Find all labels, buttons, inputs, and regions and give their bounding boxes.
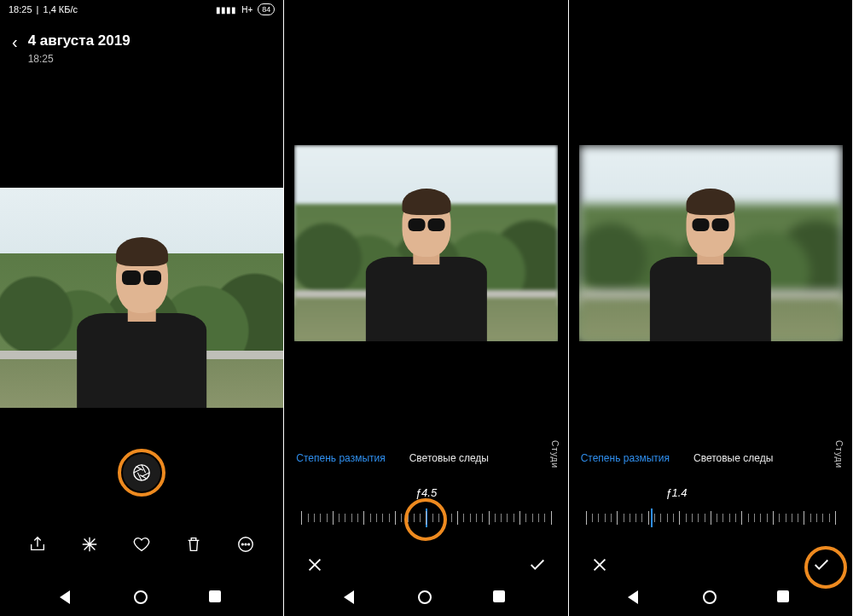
aperture-slider[interactable]	[301, 510, 550, 529]
nav-home-button[interactable]	[703, 590, 718, 606]
confirm-row	[569, 553, 852, 577]
aperture-button[interactable]	[123, 454, 160, 491]
header: ‹ 4 августа 2019 18:25	[0, 19, 283, 73]
battery-icon: 84	[258, 3, 275, 15]
status-bar: 18:25 | 1,4 КБ/с ▮▮▮▮ H+ 84	[0, 0, 283, 19]
svg-point-3	[245, 543, 247, 545]
status-time: 18:25	[9, 4, 32, 15]
confirm-button[interactable]	[525, 553, 549, 577]
aperture-slider[interactable]	[586, 510, 835, 529]
photo-viewport[interactable]	[0, 188, 283, 408]
nav-recent-button[interactable]	[493, 590, 508, 606]
tab-blur[interactable]: Степень размытия	[581, 452, 670, 464]
nav-recent-button[interactable]	[209, 590, 224, 606]
nav-home-button[interactable]	[134, 590, 149, 606]
back-button[interactable]: ‹	[12, 32, 18, 51]
svg-point-4	[248, 543, 250, 545]
cancel-button[interactable]	[588, 553, 612, 577]
delete-button[interactable]	[183, 533, 205, 555]
share-button[interactable]	[26, 533, 49, 555]
bottom-toolbar	[0, 533, 283, 555]
android-navbar	[284, 580, 567, 616]
network-type: H+	[241, 5, 252, 15]
nav-recent-button[interactable]	[777, 590, 792, 606]
screen-gallery-view: 18:25 | 1,4 КБ/с ▮▮▮▮ H+ 84 ‹ 4 августа …	[0, 0, 284, 616]
slider-marker[interactable]	[651, 508, 653, 527]
photo-subject	[366, 189, 487, 341]
svg-point-0	[134, 465, 149, 480]
favorite-button[interactable]	[131, 533, 153, 555]
photo-viewport[interactable]	[294, 145, 558, 341]
photo-time: 18:25	[28, 53, 131, 65]
screen-blur-edit-mid: Степень размытия Световые следы Студи ƒ4…	[284, 0, 568, 616]
edit-tabs: Степень размытия Световые следы Студи	[284, 452, 567, 464]
aperture-icon	[132, 463, 151, 482]
status-sep: |	[34, 4, 42, 15]
cancel-button[interactable]	[303, 553, 327, 577]
nav-back-button[interactable]	[344, 590, 359, 606]
more-button[interactable]	[235, 533, 257, 555]
nav-back-button[interactable]	[628, 590, 643, 606]
android-navbar	[569, 580, 852, 616]
signal-icon: ▮▮▮▮	[216, 5, 236, 15]
tab-studio[interactable]: Студи	[834, 440, 844, 468]
tab-studio[interactable]: Студи	[550, 440, 560, 468]
effects-button[interactable]	[78, 533, 101, 555]
tab-light-trails[interactable]: Световые следы	[409, 452, 489, 464]
photo-subject	[77, 236, 207, 408]
nav-home-button[interactable]	[418, 590, 433, 606]
battery-level: 84	[258, 3, 275, 15]
status-speed: 1,4 КБ/с	[44, 4, 78, 15]
aperture-value: ƒ4.5	[415, 486, 437, 499]
aperture-value: ƒ1.4	[665, 486, 687, 499]
confirm-row	[284, 553, 567, 577]
photo-subject	[650, 189, 771, 341]
svg-point-2	[241, 543, 243, 545]
photo-date: 4 августа 2019	[28, 32, 131, 49]
tab-light-trails[interactable]: Световые следы	[693, 452, 773, 464]
confirm-button[interactable]	[809, 553, 833, 577]
nav-back-button[interactable]	[60, 590, 75, 606]
tab-blur[interactable]: Степень размытия	[296, 452, 385, 464]
photo-viewport[interactable]	[579, 145, 843, 341]
android-navbar	[0, 580, 283, 616]
edit-tabs: Степень размытия Световые следы Студи	[569, 452, 852, 464]
screen-blur-edit-low: Степень размытия Световые следы Студи ƒ1…	[569, 0, 853, 616]
